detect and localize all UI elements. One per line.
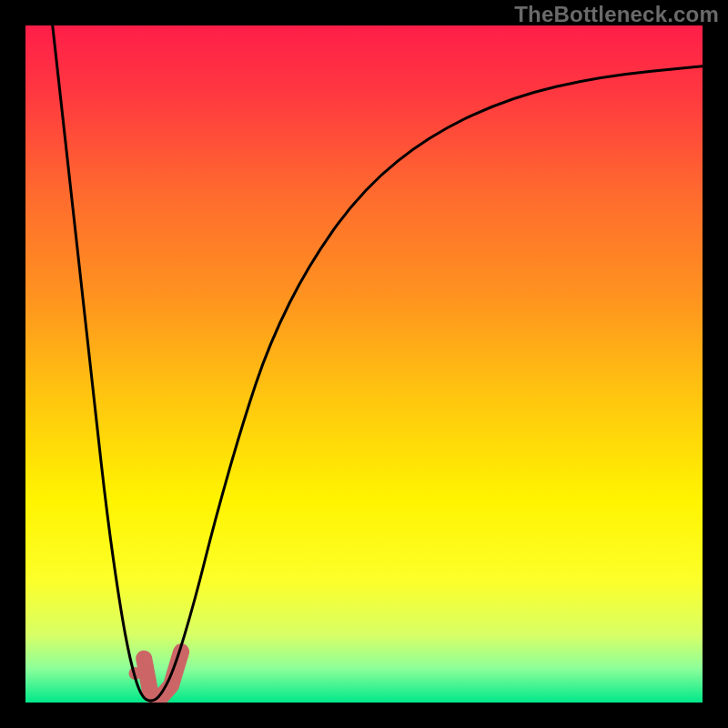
watermark-text: TheBottleneck.com	[514, 2, 719, 27]
chart-frame	[25, 25, 703, 703]
bottleneck-chart	[25, 25, 703, 703]
gradient-background	[25, 25, 703, 703]
